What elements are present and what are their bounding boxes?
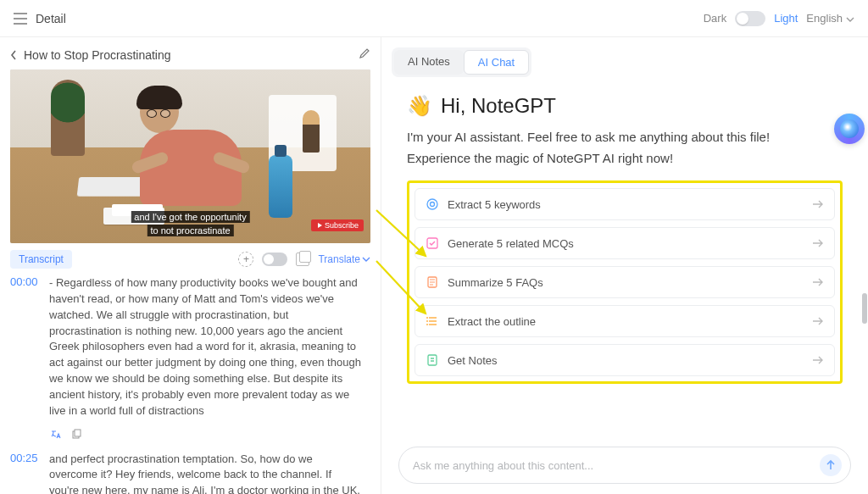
- chat-greeting: Hi, NoteGPT: [441, 94, 556, 118]
- edit-icon[interactable]: [359, 47, 370, 63]
- arrow-right-icon: [812, 198, 824, 211]
- tab-ai-chat[interactable]: AI Chat: [464, 50, 529, 75]
- suggest-summarize-faqs[interactable]: Summarize 5 FAQs: [415, 266, 835, 298]
- transcript-item: 00:25 and perfect procrastination tempta…: [10, 452, 364, 494]
- theme-toggle[interactable]: [735, 11, 765, 26]
- svg-marker-0: [318, 223, 322, 228]
- language-label: English: [806, 12, 843, 25]
- video-thumbnail[interactable]: and I've got the opportunity to not proc…: [10, 69, 370, 243]
- send-button[interactable]: [820, 454, 842, 476]
- chat-intro-1: I'm your AI assistant. Feel free to ask …: [407, 130, 843, 144]
- language-select[interactable]: English: [806, 12, 854, 25]
- chat-input-row: [398, 447, 851, 484]
- svg-point-9: [426, 324, 428, 325]
- transcript-item: 00:00 - Regardless of how many productiv…: [10, 275, 364, 419]
- note-icon: [426, 275, 439, 289]
- suggest-extract-keywords[interactable]: Extract 5 keywords: [415, 188, 835, 220]
- suggestion-highlight: Extract 5 keywords Generate 5 related MC…: [407, 180, 843, 384]
- wave-icon: 👋: [407, 94, 432, 118]
- add-icon[interactable]: +: [238, 252, 253, 267]
- translate-line-icon[interactable]: [49, 428, 63, 441]
- svg-rect-10: [428, 355, 437, 365]
- suggest-generate-mcqs[interactable]: Generate 5 related MCQs: [415, 227, 835, 259]
- arrow-right-icon: [812, 354, 824, 367]
- chat-input[interactable]: [413, 459, 813, 472]
- dark-label: Dark: [704, 12, 726, 25]
- copy-icon[interactable]: [296, 253, 309, 266]
- transcript-time[interactable]: 00:25: [10, 452, 42, 494]
- target-icon: [426, 197, 439, 211]
- arrow-right-icon: [812, 276, 824, 289]
- svg-point-7: [426, 317, 428, 319]
- doc-icon: [426, 353, 439, 367]
- transcript-time[interactable]: 00:00: [10, 275, 42, 419]
- suggest-get-notes[interactable]: Get Notes: [415, 344, 835, 376]
- page-title: Detail: [36, 12, 66, 25]
- tab-ai-notes[interactable]: AI Notes: [394, 50, 464, 75]
- check-icon: [426, 236, 439, 250]
- subscribe-badge[interactable]: Subscribe: [311, 219, 364, 231]
- svg-point-3: [427, 199, 437, 209]
- svg-point-8: [426, 320, 428, 322]
- transcript-text: and perfect procrastination temptation. …: [49, 452, 364, 494]
- arrow-right-icon: [812, 237, 824, 250]
- transcript-text: - Regardless of how many productivity bo…: [49, 275, 364, 419]
- chat-intro-2: Experience the magic of NoteGPT AI right…: [407, 151, 843, 165]
- autoscroll-toggle[interactable]: [262, 253, 287, 266]
- menu-icon[interactable]: [14, 13, 27, 25]
- video-caption: and I've got the opportunity to not proc…: [131, 211, 249, 236]
- back-icon[interactable]: [10, 50, 17, 60]
- svg-rect-2: [75, 430, 81, 436]
- transcript-list[interactable]: 00:00 - Regardless of how many productiv…: [10, 275, 370, 494]
- light-label: Light: [774, 12, 798, 25]
- copy-line-icon[interactable]: [70, 428, 83, 441]
- video-title: How to Stop Procrastinating: [24, 48, 171, 62]
- translate-button[interactable]: Translate: [318, 253, 370, 265]
- assistant-globe-button[interactable]: [834, 114, 865, 144]
- svg-point-4: [431, 203, 435, 207]
- transcript-button[interactable]: Transcript: [10, 250, 72, 269]
- suggest-extract-outline[interactable]: Extract the outline: [415, 305, 835, 337]
- list-icon: [426, 314, 439, 328]
- arrow-right-icon: [812, 315, 824, 328]
- chevron-down-icon: [846, 12, 854, 25]
